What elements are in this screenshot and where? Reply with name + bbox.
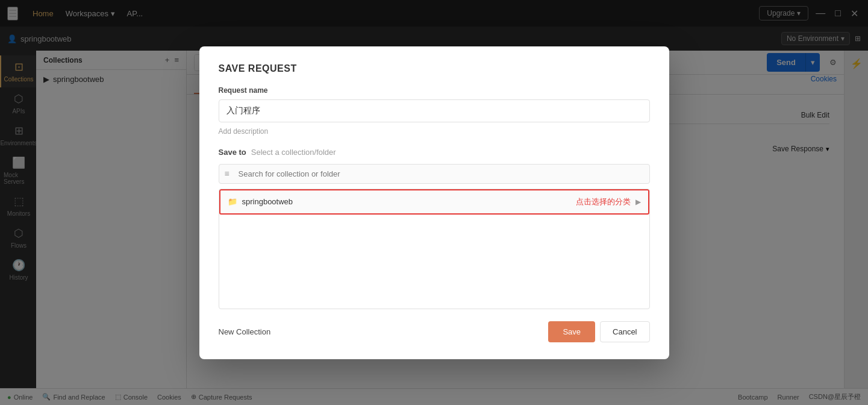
request-name-input[interactable]	[219, 99, 650, 122]
save-to-placeholder: Select a collection/folder	[251, 148, 336, 157]
collection-annotation: 点击选择的分类	[576, 196, 631, 207]
collection-list-item-springbootweb[interactable]: 📁 springbootweb 点击选择的分类 ▶	[219, 189, 649, 215]
modal-footer: New Collection Save Cancel	[219, 321, 650, 342]
modal-btn-group: Save Cancel	[548, 321, 649, 342]
search-collection-icon: ≡	[225, 169, 229, 178]
collection-list: 📁 springbootweb 点击选择的分类 ▶	[219, 189, 650, 309]
request-name-label: Request name	[219, 86, 650, 95]
add-description-link[interactable]: Add description	[219, 127, 650, 136]
search-collection-input[interactable]	[219, 164, 650, 184]
save-to-label: Save to	[219, 148, 246, 157]
collection-folder-icon: 📁	[228, 197, 237, 206]
save-request-modal: SAVE REQUEST Request name Add descriptio…	[199, 46, 669, 359]
collection-item-name: springbootweb	[242, 197, 571, 206]
collection-item-chevron: ▶	[635, 198, 641, 206]
new-collection-link[interactable]: New Collection	[219, 327, 271, 336]
modal-title: SAVE REQUEST	[219, 63, 650, 74]
modal-save-button[interactable]: Save	[548, 321, 595, 342]
search-collection-wrapper: ≡	[219, 164, 650, 184]
modal-overlay: SAVE REQUEST Request name Add descriptio…	[0, 0, 868, 405]
save-to-section: Save to Select a collection/folder	[219, 148, 650, 157]
modal-cancel-button[interactable]: Cancel	[600, 321, 649, 342]
